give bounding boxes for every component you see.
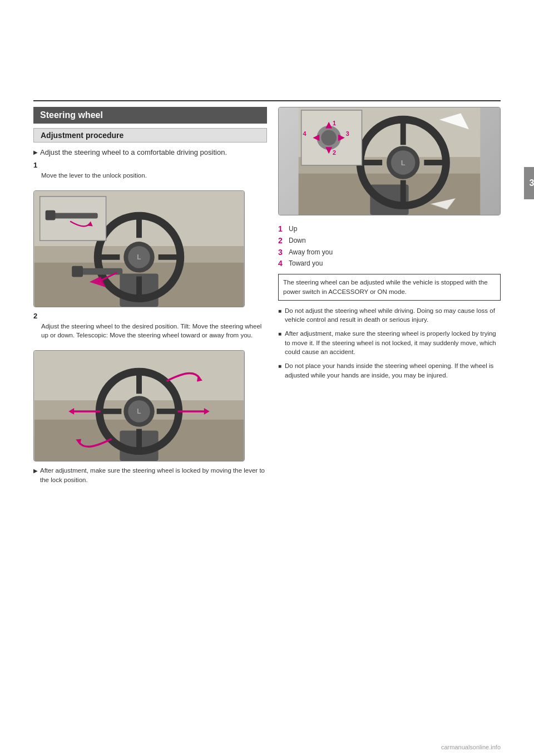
step-item-3: 3 Away from you bbox=[278, 248, 501, 257]
steering-wheel-diagram-svg: L 1 2 3 bbox=[279, 107, 500, 215]
image-tilt-adjustment: L bbox=[33, 350, 245, 462]
watermark: carmanualsonline.info bbox=[441, 744, 501, 750]
left-column: Steering wheel Adjustment procedure Adju… bbox=[33, 107, 267, 489]
svg-rect-17 bbox=[48, 213, 98, 218]
svg-rect-18 bbox=[46, 210, 56, 220]
intro-text: Adjust the steering wheel to a comfortab… bbox=[33, 148, 267, 156]
right-column: L 1 2 3 bbox=[278, 107, 501, 489]
steering-wheel-svg-2: L bbox=[34, 351, 244, 461]
svg-text:2: 2 bbox=[333, 149, 336, 156]
notice-1: Do not adjust the steering wheel while d… bbox=[278, 306, 501, 325]
svg-text:4: 4 bbox=[303, 130, 306, 137]
page: Steering wheel Adjustment procedure Adju… bbox=[0, 0, 534, 756]
svg-text:1: 1 bbox=[333, 120, 336, 126]
step1-label: 1 bbox=[33, 161, 267, 169]
svg-text:L: L bbox=[137, 408, 141, 415]
svg-rect-13 bbox=[72, 266, 83, 277]
step2-label: 2 bbox=[33, 312, 267, 320]
svg-text:L: L bbox=[401, 159, 406, 167]
image-lever-adjustment: L bbox=[33, 190, 245, 307]
svg-point-50 bbox=[321, 130, 337, 146]
step-item-2: 2 Down bbox=[278, 236, 501, 246]
svg-text:L: L bbox=[137, 253, 141, 261]
step-list: 1 Up 2 Down 3 Away from you 4 Toward you bbox=[278, 224, 501, 271]
notice-3: Do not place your hands inside the steer… bbox=[278, 361, 501, 380]
svg-text:3: 3 bbox=[346, 130, 349, 137]
step2-text: Adjust the steering wheel to the desired… bbox=[41, 322, 267, 340]
section-title: Steering wheel bbox=[33, 107, 267, 124]
info-box: The steering wheel can be adjusted while… bbox=[278, 274, 501, 300]
sub-title: Adjustment procedure bbox=[33, 128, 267, 143]
step1-text: Move the lever to the unlock position. bbox=[41, 171, 267, 180]
step-item-1: 1 Up bbox=[278, 224, 501, 234]
notice-2: After adjustment, make sure the steering… bbox=[278, 329, 501, 357]
steering-wheel-svg-1: L bbox=[34, 191, 244, 307]
section-tab: 3 bbox=[524, 167, 534, 199]
image-diagram: L 1 2 3 bbox=[278, 107, 501, 215]
lock-reminder: After adjustment, make sure the steering… bbox=[33, 466, 267, 484]
step-item-4: 4 Toward you bbox=[278, 259, 501, 268]
content-area: Steering wheel Adjustment procedure Adju… bbox=[33, 101, 501, 489]
